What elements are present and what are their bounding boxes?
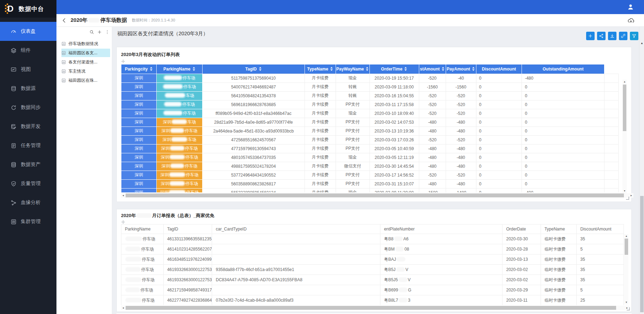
cell-tagid: 4622774927422836864 (163, 295, 212, 306)
column-header-PayAmount[interactable]: PayAmount (446, 64, 476, 74)
cell-park: 深圳停车场 (156, 144, 202, 153)
cell-pay: -1560 (446, 82, 476, 91)
cell-st: -1560 (419, 82, 446, 91)
link-icon (621, 33, 626, 38)
cell-st: -480 (419, 144, 446, 153)
search-icon[interactable] (89, 30, 94, 35)
redacted-text (395, 247, 404, 251)
cell-pay: -520 (446, 91, 476, 100)
table-row: 深圳深圳停车场2a464dea-5ade-45d1-833c-a93d00933… (121, 127, 619, 135)
sort-icon[interactable] (366, 67, 369, 71)
cell-discount: 35 (577, 254, 624, 265)
cell-park: 停车场 (121, 254, 164, 265)
more-icon[interactable] (105, 30, 110, 35)
database-icon (11, 86, 17, 92)
column-header-Parkingcity[interactable]: Parkingcity (121, 64, 157, 74)
sidebar-item-dashboard[interactable]: 仪表盘 (0, 22, 56, 41)
cell-time: 2020-03-19 15:50:17 (369, 74, 419, 82)
tree-item[interactable]: 福田园区在珠... (61, 76, 110, 85)
move-handle-icon[interactable] (121, 219, 125, 223)
cell-outstanding: 0 (522, 82, 604, 91)
sidebar-item-view[interactable]: 视图 (0, 60, 56, 79)
sidebar-item-assets[interactable]: 数据资产 (0, 155, 56, 174)
sidebar-item-database[interactable]: 数据源 (0, 79, 56, 98)
cell-plate: 粤B8L73 (380, 295, 502, 306)
sort-icon[interactable] (404, 67, 407, 71)
sidebar-item-quality[interactable]: 质量管理 (0, 174, 56, 193)
table1-viewport: ParkingcityParkingNameTagIDTypeNamePayWa… (121, 64, 619, 192)
cell-type: 临时卡缴费 (541, 254, 577, 265)
table-row: 停车场4613311396635581235粤B8A62020-03-30临时卡… (121, 234, 624, 244)
table1-vertical-scrollbar[interactable]: ▴▾ (622, 80, 627, 193)
download-button[interactable] (608, 32, 616, 40)
column-header-PayWayName[interactable]: PayWayName (336, 64, 369, 74)
table2-horizontal-scrollbar[interactable]: ◂▸ (121, 306, 629, 310)
card2-resize-handle[interactable] (627, 307, 630, 310)
cell-city: 深圳 (121, 135, 157, 144)
sidebar-item-sync[interactable]: 数据同步 (0, 98, 56, 117)
redacted-text (164, 102, 182, 106)
sidebar-item-layers[interactable]: 组件 (0, 41, 56, 60)
chart-icon (61, 51, 66, 55)
cell-cardtype (212, 234, 380, 244)
redacted-text (169, 172, 185, 177)
cell-payway: 现金 (336, 74, 369, 82)
column-header-TypeName[interactable]: TypeName (305, 64, 336, 74)
cell-filler (604, 100, 619, 109)
redacted-text (396, 257, 405, 261)
user-icon[interactable] (627, 4, 634, 11)
sidebar-item-cluster[interactable]: 集群管理 (0, 212, 56, 231)
cell-type: 临时卡缴费 (541, 275, 577, 285)
sidebar-item-lineage[interactable]: 血缘分析 (0, 193, 56, 212)
link-button[interactable] (619, 32, 627, 40)
sort-icon[interactable] (192, 67, 195, 71)
cell-filler (604, 153, 619, 162)
column-header-TagID[interactable]: TagID (202, 64, 305, 74)
redacted-text (125, 277, 142, 282)
cell-discount: 35 (577, 234, 624, 244)
column-header-ParkingName[interactable]: ParkingName (156, 64, 202, 74)
monthly-report-card: 2020年月订单报表（总表）_商家优免 ParkingNameTagIDcar_… (116, 209, 632, 312)
cell-city: 深圳 (121, 100, 157, 109)
sort-icon[interactable] (441, 67, 445, 71)
tree-item[interactable]: 车主情况 (61, 67, 110, 75)
tree-toolbar (89, 30, 110, 35)
cell-city: 深圳 (121, 144, 157, 153)
share-button[interactable] (597, 32, 606, 40)
sidebar-item-label: 质量管理 (21, 180, 41, 187)
cell-type: 月卡续费 (305, 109, 336, 118)
sidebar-item-tasks[interactable]: 任务管理 (0, 136, 56, 155)
plus-icon[interactable] (97, 30, 102, 35)
back-icon[interactable] (61, 18, 67, 23)
add-button[interactable] (586, 32, 595, 40)
tree-item[interactable]: 各支付渠道情... (61, 58, 110, 66)
cell-pay: -480 (446, 144, 476, 153)
sidebar-item-label: 视图 (21, 66, 31, 73)
column-header-OrderTime[interactable]: OrderTime (369, 64, 419, 74)
page-vertical-scrollbar[interactable]: ▲ (639, 27, 644, 314)
document-title: 2020年停车场数据 (71, 17, 127, 24)
cell-park: 车场 (156, 91, 202, 100)
tree-item[interactable]: 停车场数据情况 (61, 39, 110, 48)
redacted-text (396, 267, 405, 272)
sort-icon[interactable] (259, 67, 262, 71)
table-row: 停车场4616348511976224099粤BAJ2020-03-13临时卡缴… (121, 254, 624, 265)
cell-tagid: 4621715949858749317 (163, 285, 212, 295)
table-row: 深圳深圳停车场4988175955024178204月卡续费微信支付2020-0… (121, 162, 619, 171)
cell-payway: PP支付 (336, 127, 369, 135)
table2-vertical-scrollbar[interactable]: ▴▾ (624, 234, 628, 304)
table1-horizontal-scrollbar[interactable]: ◂▸ (121, 193, 633, 198)
cell-outstanding: 0 (522, 153, 604, 162)
sort-icon[interactable] (472, 67, 475, 71)
sidebar-item-dev[interactable]: 数据开发 (0, 117, 56, 136)
card1-resize-handle[interactable] (626, 197, 629, 200)
redacted-text (398, 277, 408, 282)
cloud-download-icon[interactable] (627, 17, 635, 24)
tree-item[interactable]: 福田园区各支... (61, 49, 110, 57)
filter-button[interactable] (630, 32, 638, 40)
column-header-stAmount[interactable]: stAmount (419, 64, 446, 74)
sort-icon[interactable] (330, 67, 333, 71)
move-handle-icon[interactable] (121, 59, 125, 63)
document-toolbar: 2020年停车场数据 数据时间：2020.1.1-4.30 (56, 14, 644, 27)
sort-icon[interactable] (150, 67, 153, 71)
